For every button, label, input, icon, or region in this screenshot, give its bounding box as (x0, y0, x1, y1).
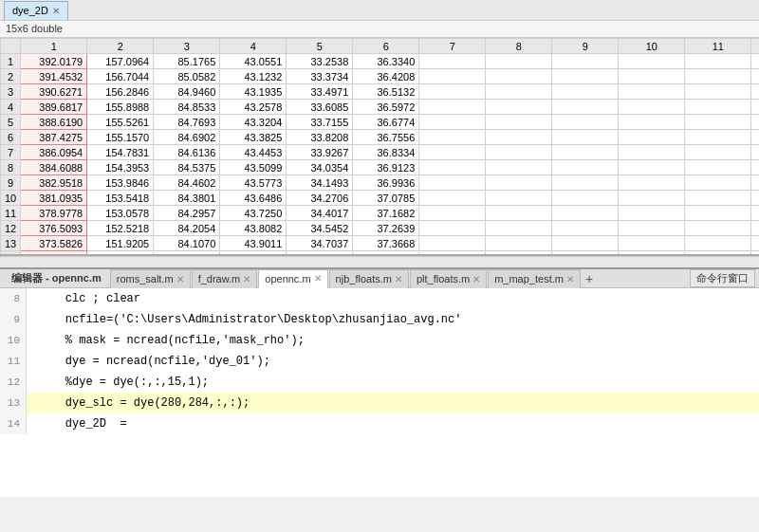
table-cell[interactable] (552, 115, 619, 130)
table-cell[interactable] (619, 100, 685, 115)
table-cell[interactable]: 151.9205 (87, 236, 154, 251)
h-scrollbar[interactable] (0, 256, 759, 267)
table-cell[interactable] (685, 115, 751, 130)
table-cell[interactable] (751, 100, 759, 115)
table-cell[interactable] (486, 115, 552, 130)
table-cell[interactable]: 378.9778 (21, 206, 87, 221)
table-cell[interactable]: 84.5375 (154, 160, 220, 175)
table-cell[interactable] (552, 221, 619, 236)
table-cell[interactable] (419, 206, 486, 221)
table-cell[interactable] (552, 191, 619, 206)
table-cell[interactable]: 43.1935 (220, 84, 287, 100)
tab-close-icon[interactable]: ✕ (566, 274, 574, 284)
table-cell[interactable]: 43.0551 (220, 54, 287, 69)
table-cell[interactable] (552, 130, 619, 145)
table-cell[interactable] (552, 145, 619, 160)
table-cell[interactable]: 36.5132 (353, 84, 419, 100)
table-cell[interactable] (419, 236, 486, 251)
table-cell[interactable]: 157.0964 (87, 54, 154, 69)
tab-close-icon[interactable]: ✕ (472, 274, 480, 284)
tab-close-icon[interactable]: ✕ (395, 274, 402, 284)
table-cell[interactable] (619, 221, 685, 236)
table-cell[interactable]: 153.5418 (87, 191, 154, 206)
table-cell[interactable] (685, 145, 751, 160)
editor-tab-plt_floats-m[interactable]: plt_floats.m✕ (410, 269, 487, 288)
table-cell[interactable] (685, 54, 751, 69)
table-cell[interactable]: 155.1570 (87, 130, 154, 145)
table-cell[interactable] (751, 221, 759, 236)
table-cell[interactable]: 36.3340 (353, 54, 419, 69)
table-cell[interactable]: 33.8208 (287, 130, 353, 145)
table-cell[interactable] (419, 54, 486, 69)
table-cell[interactable] (751, 236, 759, 251)
table-cell[interactable]: 43.8082 (220, 221, 287, 236)
editor-tab-opennc-m[interactable]: opennc.m✕ (258, 269, 327, 288)
table-cell[interactable]: 389.6817 (21, 100, 87, 115)
editor-tab-roms_salt-m[interactable]: roms_salt.m✕ (110, 269, 191, 288)
table-cell[interactable]: 386.0954 (21, 145, 87, 160)
editor-tab-m_map_test-m[interactable]: m_map_test.m✕ (488, 269, 581, 288)
table-cell[interactable]: 392.0179 (21, 54, 87, 69)
table-cell[interactable] (619, 191, 685, 206)
tab-add-button[interactable]: + (582, 271, 597, 286)
table-cell[interactable]: 156.7044 (87, 69, 154, 84)
table-cell[interactable] (552, 175, 619, 191)
table-cell[interactable] (685, 221, 751, 236)
table-cell[interactable]: 153.9846 (87, 175, 154, 191)
table-cell[interactable] (619, 130, 685, 145)
table-cell[interactable] (751, 160, 759, 175)
table-cell[interactable]: 37.0785 (353, 191, 419, 206)
table-cell[interactable] (685, 130, 751, 145)
table-cell[interactable] (751, 69, 759, 84)
table-cell[interactable]: 36.9936 (353, 175, 419, 191)
table-cell[interactable]: 36.7556 (353, 130, 419, 145)
table-cell[interactable] (486, 160, 552, 175)
table-cell[interactable] (619, 69, 685, 84)
table-cell[interactable]: 43.3204 (220, 115, 287, 130)
table-cell[interactable] (619, 160, 685, 175)
table-cell[interactable]: 84.6136 (154, 145, 220, 160)
table-cell[interactable]: 84.4602 (154, 175, 220, 191)
table-cell[interactable]: 34.0354 (287, 160, 353, 175)
table-cell[interactable] (552, 69, 619, 84)
table-cell[interactable] (685, 206, 751, 221)
table-cell[interactable] (552, 84, 619, 100)
table-cell[interactable]: 34.1493 (287, 175, 353, 191)
table-cell[interactable] (419, 221, 486, 236)
table-cell[interactable]: 388.6190 (21, 115, 87, 130)
table-cell[interactable] (486, 221, 552, 236)
table-cell[interactable] (685, 191, 751, 206)
table-cell[interactable] (419, 191, 486, 206)
table-cell[interactable] (751, 115, 759, 130)
table-cell[interactable]: 155.8988 (87, 100, 154, 115)
table-cell[interactable]: 36.4208 (353, 69, 419, 84)
code-editor[interactable]: 8 clc ; clear9 ncfile=('C:\Users\Adminis… (0, 288, 759, 497)
table-cell[interactable]: 43.4453 (220, 145, 287, 160)
table-cell[interactable]: 154.3953 (87, 160, 154, 175)
table-cell[interactable]: 152.5218 (87, 221, 154, 236)
table-cell[interactable] (685, 100, 751, 115)
table-cell[interactable]: 43.3825 (220, 130, 287, 145)
cmd-window-tab[interactable]: 命令行窗口 (690, 269, 755, 287)
table-cell[interactable] (486, 100, 552, 115)
table-cell[interactable]: 33.6085 (287, 100, 353, 115)
table-cell[interactable] (751, 206, 759, 221)
table-cell[interactable] (486, 69, 552, 84)
table-cell[interactable]: 43.5773 (220, 175, 287, 191)
table-cell[interactable] (486, 206, 552, 221)
tab-close-icon[interactable]: ✕ (243, 274, 250, 284)
table-cell[interactable] (419, 115, 486, 130)
table-cell[interactable]: 381.0935 (21, 191, 87, 206)
table-cell[interactable] (685, 160, 751, 175)
table-cell[interactable] (685, 175, 751, 191)
table-cell[interactable]: 85.0582 (154, 69, 220, 84)
table-cell[interactable]: 33.4971 (287, 84, 353, 100)
table-cell[interactable] (685, 236, 751, 251)
table-cell[interactable]: 33.3734 (287, 69, 353, 84)
table-cell[interactable] (486, 236, 552, 251)
table-cell[interactable]: 84.2957 (154, 206, 220, 221)
table-cell[interactable]: 37.3668 (353, 236, 419, 251)
table-cell[interactable]: 34.5452 (287, 221, 353, 236)
table-cell[interactable] (552, 206, 619, 221)
table-cell[interactable]: 155.5261 (87, 115, 154, 130)
